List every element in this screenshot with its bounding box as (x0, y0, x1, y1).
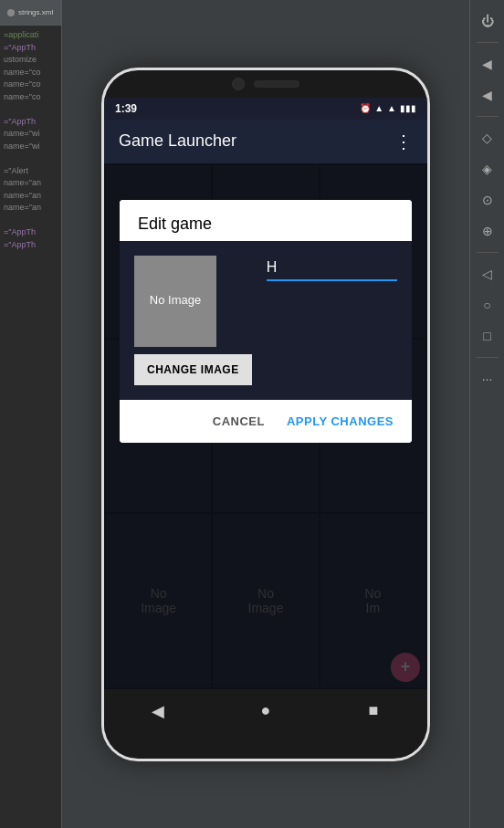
code-line: ="Alert (4, 165, 58, 178)
no-image-label: No Image (150, 292, 201, 309)
tab-dot (7, 9, 15, 16)
more-button[interactable]: ··· (474, 365, 501, 393)
edit-game-dialog: Edit game No Image CHANGE IMAGE (120, 200, 412, 443)
power-icon: ⏻ (481, 14, 494, 28)
tab-bar: strings.xml (0, 0, 61, 26)
name-field-area (267, 256, 397, 281)
recent-nav-icon: ■ (369, 701, 379, 720)
cancel-button[interactable]: CANCEL (209, 407, 268, 435)
code-editor: strings.xml =applicati ="AppTh ustomize … (0, 0, 62, 828)
phone-screen: 1:39 ⏰ ▲ ▲ ▮▮▮ Game Launcher ⋮ NoImage N… (104, 98, 427, 733)
image-preview: No Image (134, 256, 216, 347)
toolbar-divider-1 (477, 42, 499, 43)
back-button[interactable]: ◁ (474, 260, 501, 288)
bottom-nav: ◀ ● ■ (104, 689, 427, 733)
back-nav-icon: ◀ (152, 701, 164, 721)
status-time: 1:39 (115, 102, 137, 115)
code-line: name="co (4, 79, 58, 91)
code-line (4, 215, 58, 227)
app-title: Game Launcher (119, 131, 394, 151)
game-grid: NoImage NoImage NoImage NoImage NoImage … (104, 163, 427, 689)
zoom-button[interactable]: ⊕ (474, 217, 501, 245)
tab-label: strings.xml (18, 8, 53, 16)
toolbar-divider-4 (477, 357, 499, 358)
status-bar: 1:39 ⏰ ▲ ▲ ▮▮▮ (104, 98, 427, 120)
tag-button[interactable]: ◇ (474, 124, 501, 152)
tag-icon: ◇ (482, 131, 492, 145)
code-line (4, 103, 58, 116)
power-button[interactable]: ⏻ (474, 7, 501, 35)
overflow-menu-icon[interactable]: ⋮ (394, 131, 413, 152)
code-line: name="wi (4, 128, 58, 141)
code-line: name="an (4, 202, 58, 215)
volume-up-icon: ◀ (482, 57, 492, 71)
code-lines: =applicati ="AppTh ustomize name="co nam… (0, 26, 61, 255)
edit-icon: ◈ (482, 162, 492, 176)
square-button[interactable]: □ (474, 322, 501, 350)
code-line: name="co (4, 67, 58, 79)
recent-nav-button[interactable]: ■ (355, 693, 392, 729)
front-camera (232, 78, 245, 90)
dialog-actions: CANCEL APPLY CHANGES (120, 400, 412, 443)
speaker (254, 80, 299, 88)
volume-up-button[interactable]: ◀ (474, 50, 501, 78)
code-line: ="AppTh (4, 116, 58, 129)
square-icon: □ (483, 329, 490, 343)
volume-down-button[interactable]: ◀ (474, 81, 501, 109)
code-line: name="an (4, 190, 58, 203)
home-nav-icon: ● (261, 701, 271, 720)
wifi-icon: ▲ (374, 103, 383, 113)
circle-icon: ○ (483, 298, 490, 312)
toolbar-divider-2 (477, 116, 499, 117)
battery-icon: ▮▮▮ (400, 103, 416, 113)
home-nav-button[interactable]: ● (247, 693, 284, 729)
code-line: name="an (4, 177, 58, 190)
more-icon: ··· (482, 372, 493, 386)
camera-icon: ⊙ (482, 193, 493, 207)
apply-changes-button[interactable]: APPLY CHANGES (283, 407, 397, 435)
dialog-content: No Image CHANGE IMAGE (120, 241, 412, 400)
back-nav-button[interactable]: ◀ (140, 693, 176, 729)
back-icon: ◁ (482, 267, 492, 281)
game-name-input[interactable] (267, 259, 397, 281)
dialog-overlay: Edit game No Image CHANGE IMAGE (104, 163, 427, 689)
change-image-button[interactable]: CHANGE IMAGE (134, 354, 252, 385)
code-line: =applicati (4, 29, 58, 42)
tab-strings[interactable]: strings.xml (0, 0, 61, 25)
code-line: ="AppTh (4, 239, 58, 252)
image-section: No Image CHANGE IMAGE (134, 256, 252, 385)
app-bar: Game Launcher ⋮ (104, 120, 427, 163)
camera-button[interactable]: ⊙ (474, 186, 501, 214)
status-icons: ⏰ ▲ ▲ ▮▮▮ (360, 103, 416, 113)
code-line: ustomize (4, 54, 58, 67)
code-line: name="co (4, 91, 58, 104)
signal-icon: ▲ (387, 103, 396, 113)
code-line (4, 152, 58, 165)
circle-button[interactable]: ○ (474, 291, 501, 319)
code-line: ="AppTh (4, 42, 58, 55)
phone-top-bezel (104, 70, 427, 98)
phone-area: 1:39 ⏰ ▲ ▲ ▮▮▮ Game Launcher ⋮ NoImage N… (62, 0, 469, 828)
code-line: ="AppTh (4, 226, 58, 239)
dialog-title-bar: Edit game (120, 200, 412, 241)
dialog-title: Edit game (138, 215, 212, 233)
zoom-icon: ⊕ (482, 224, 493, 238)
toolbar-divider-3 (477, 252, 499, 253)
volume-down-icon: ◀ (482, 88, 492, 102)
phone: 1:39 ⏰ ▲ ▲ ▮▮▮ Game Launcher ⋮ NoImage N… (101, 68, 430, 761)
edit-button[interactable]: ◈ (474, 155, 501, 183)
code-line: name="wi (4, 141, 58, 153)
phone-bottom-bezel (104, 733, 427, 759)
alarm-icon: ⏰ (360, 103, 371, 113)
right-toolbar: ⏻ ◀ ◀ ◇ ◈ ⊙ ⊕ ◁ ○ □ ··· (469, 0, 504, 828)
